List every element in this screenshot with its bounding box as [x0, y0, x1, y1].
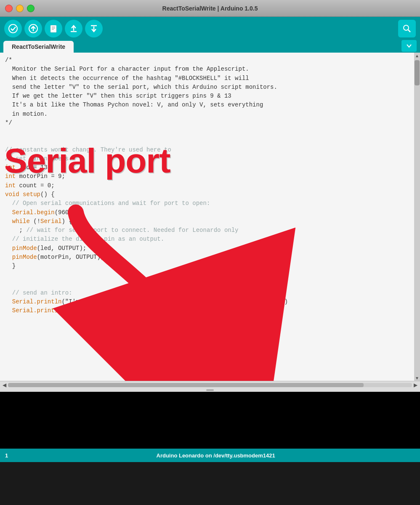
tab-reacttoserial[interactable]: ReactToSerialWrite	[3, 41, 74, 53]
scroll-down-button[interactable]: ▼	[414, 375, 420, 381]
line-number: 1	[5, 452, 8, 459]
new-button[interactable]	[45, 20, 62, 37]
toolbar	[0, 17, 420, 40]
console-area	[0, 392, 420, 449]
hscrollbar-thumb[interactable]	[8, 383, 364, 387]
open-icon	[69, 24, 78, 33]
horizontal-scrollbar[interactable]: ◀ ▶	[0, 381, 420, 388]
minimize-button[interactable]	[16, 5, 24, 12]
title-bar: ReactToSerialWrite | Arduino 1.0.5	[0, 0, 420, 17]
search-icon	[403, 24, 411, 33]
new-icon	[49, 24, 58, 33]
svg-point-0	[9, 24, 17, 33]
svg-rect-3	[51, 25, 56, 32]
save-button[interactable]	[85, 20, 103, 37]
resize-handle[interactable]	[0, 388, 420, 392]
board-info: Arduino Leonardo on /dev/tty.usbmodem142…	[16, 452, 415, 459]
hscrollbar-track	[8, 383, 412, 387]
status-bar: 1 Arduino Leonardo on /dev/tty.usbmodem1…	[0, 449, 420, 462]
code-text: /* Monitor the Serial Port for a charact…	[5, 56, 409, 316]
resize-grip	[206, 389, 214, 391]
window-controls[interactable]	[5, 5, 35, 12]
scroll-thumb[interactable]	[415, 60, 420, 85]
verify-button[interactable]	[4, 20, 22, 37]
hscroll-left-button[interactable]: ◀	[1, 382, 8, 388]
close-button[interactable]	[5, 5, 13, 12]
window-title: ReactToSerialWrite | Arduino 1.0.5	[162, 5, 258, 12]
chevron-down-icon	[406, 44, 412, 48]
code-editor[interactable]: /* Monitor the Serial Port for a charact…	[0, 53, 414, 381]
hscroll-right-button[interactable]: ▶	[412, 382, 419, 388]
verify-icon	[8, 24, 18, 33]
tab-dropdown-button[interactable]	[401, 40, 417, 52]
vertical-scrollbar[interactable]: ▲ ▼	[414, 53, 420, 381]
scroll-up-button[interactable]: ▲	[414, 53, 420, 58]
open-button[interactable]	[65, 20, 82, 37]
svg-line-10	[408, 30, 410, 32]
tab-strip: ReactToSerialWrite	[0, 40, 420, 53]
save-icon	[89, 24, 98, 33]
svg-point-9	[404, 25, 409, 30]
search-button[interactable]	[398, 20, 416, 37]
maximize-button[interactable]	[27, 5, 35, 12]
upload-icon	[29, 24, 38, 33]
editor-area: /* Monitor the Serial Port for a charact…	[0, 53, 420, 381]
upload-button[interactable]	[24, 20, 42, 37]
